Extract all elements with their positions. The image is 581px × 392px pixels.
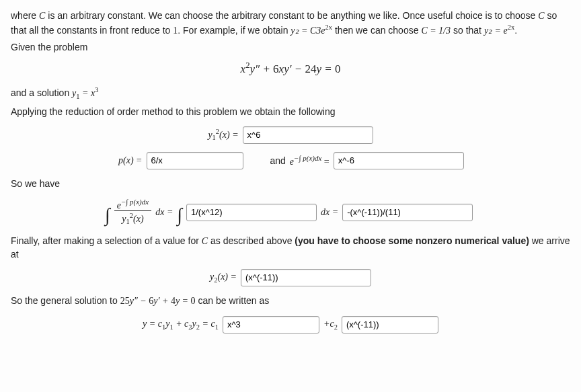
input-exp[interactable]	[334, 152, 464, 169]
ode-display: x2y″ + 6xy′ − 24y = 0	[11, 61, 570, 76]
input-integral-result[interactable]	[342, 204, 473, 221]
dx-eq: dx =	[321, 207, 338, 218]
intro-paragraph: where C is an arbitrary constant. We can…	[11, 9, 570, 37]
gensol-text: So the general solution to 25y″ − 6y′ + …	[11, 295, 570, 308]
ode-eq: x2y″ + 6xy′ − 24y = 0	[241, 63, 341, 75]
label-exp: e−∫ p(x)dx =	[290, 154, 330, 167]
text: . For example, if we obtain	[178, 25, 290, 36]
integral-icon: ∫	[177, 204, 182, 226]
input-integrand[interactable]	[186, 204, 317, 221]
text: is an arbitrary constant. We can choose …	[45, 10, 538, 21]
finally-text: Finally, after making a selection of a v…	[11, 235, 570, 261]
var-C: C	[538, 11, 544, 21]
var-C: C	[39, 11, 45, 21]
input-c2-term[interactable]	[342, 316, 438, 334]
row-y1sq: y12(x) =	[11, 126, 570, 144]
text: .	[514, 25, 517, 36]
input-y1sq[interactable]	[243, 126, 373, 144]
dx-eq: dx =	[155, 207, 173, 218]
and-text: and	[270, 155, 286, 166]
expr: y₂ = C3e2x	[290, 26, 332, 36]
plus-c2: +c2	[323, 319, 338, 331]
expr: y₂ = e2x	[484, 26, 514, 36]
input-y2[interactable]	[241, 269, 371, 286]
integrand-frac: e−∫ p(x)dx y12(x)	[114, 198, 152, 227]
input-p[interactable]	[147, 152, 243, 169]
applying-text: Applying the reduction of order method t…	[11, 106, 570, 118]
label-y1sq: y12(x) =	[208, 128, 238, 141]
label-y2: y2(x) =	[210, 272, 237, 284]
label-gensol: y = c1y1 + c2y2 = c1	[143, 319, 219, 331]
given-label: Given the problem	[11, 41, 570, 54]
row-integral: ∫ e−∫ p(x)dx y12(x) dx = ∫ dx =	[11, 198, 570, 227]
row-p-and-exp: p(x) = and e−∫ p(x)dx =	[11, 152, 570, 169]
text: then we can choose	[332, 25, 421, 36]
text: where	[11, 10, 39, 21]
and-solution: and a solution y1 = x3	[11, 85, 570, 102]
row-y2: y2(x) =	[11, 269, 570, 286]
expr: C = 1/3	[421, 26, 451, 36]
input-c1-term[interactable]	[223, 316, 319, 334]
integral-icon: ∫	[105, 204, 110, 226]
label-p: p(x) =	[118, 155, 143, 166]
so-we-have: So we have	[11, 178, 570, 190]
row-gensol: y = c1y1 + c2y2 = c1 +c2	[11, 316, 570, 334]
text: so that	[451, 25, 484, 36]
